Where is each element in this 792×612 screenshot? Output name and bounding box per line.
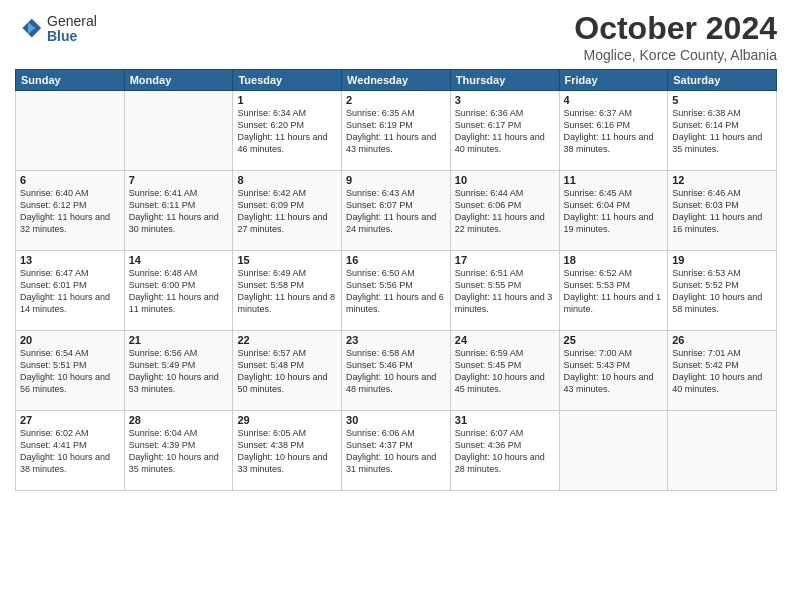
calendar-cell: 14Sunrise: 6:48 AMSunset: 6:00 PMDayligh… <box>124 251 233 331</box>
calendar-cell: 20Sunrise: 6:54 AMSunset: 5:51 PMDayligh… <box>16 331 125 411</box>
day-number: 12 <box>672 174 772 186</box>
day-info: Sunrise: 6:05 AMSunset: 4:38 PMDaylight:… <box>237 427 337 476</box>
day-info: Sunrise: 6:59 AMSunset: 5:45 PMDaylight:… <box>455 347 555 396</box>
day-info: Sunrise: 6:34 AMSunset: 6:20 PMDaylight:… <box>237 107 337 156</box>
calendar-cell: 29Sunrise: 6:05 AMSunset: 4:38 PMDayligh… <box>233 411 342 491</box>
day-number: 25 <box>564 334 664 346</box>
logo-general-text: General <box>47 14 97 29</box>
weekday-header-friday: Friday <box>559 70 668 91</box>
day-info: Sunrise: 6:41 AMSunset: 6:11 PMDaylight:… <box>129 187 229 236</box>
day-number: 9 <box>346 174 446 186</box>
calendar-cell: 16Sunrise: 6:50 AMSunset: 5:56 PMDayligh… <box>342 251 451 331</box>
calendar-cell <box>16 91 125 171</box>
page: General Blue October 2024 Moglice, Korce… <box>0 0 792 612</box>
day-number: 2 <box>346 94 446 106</box>
calendar-cell: 24Sunrise: 6:59 AMSunset: 5:45 PMDayligh… <box>450 331 559 411</box>
day-info: Sunrise: 6:48 AMSunset: 6:00 PMDaylight:… <box>129 267 229 316</box>
calendar-cell: 30Sunrise: 6:06 AMSunset: 4:37 PMDayligh… <box>342 411 451 491</box>
day-number: 14 <box>129 254 229 266</box>
weekday-header-saturday: Saturday <box>668 70 777 91</box>
day-number: 3 <box>455 94 555 106</box>
day-number: 19 <box>672 254 772 266</box>
calendar-cell: 5Sunrise: 6:38 AMSunset: 6:14 PMDaylight… <box>668 91 777 171</box>
day-number: 15 <box>237 254 337 266</box>
calendar-cell <box>124 91 233 171</box>
weekday-header-monday: Monday <box>124 70 233 91</box>
day-info: Sunrise: 6:35 AMSunset: 6:19 PMDaylight:… <box>346 107 446 156</box>
day-info: Sunrise: 6:07 AMSunset: 4:36 PMDaylight:… <box>455 427 555 476</box>
day-number: 17 <box>455 254 555 266</box>
title-section: October 2024 Moglice, Korce County, Alba… <box>574 10 777 63</box>
day-number: 11 <box>564 174 664 186</box>
day-number: 20 <box>20 334 120 346</box>
logo: General Blue <box>15 14 97 45</box>
day-info: Sunrise: 6:49 AMSunset: 5:58 PMDaylight:… <box>237 267 337 316</box>
day-number: 16 <box>346 254 446 266</box>
day-number: 24 <box>455 334 555 346</box>
day-info: Sunrise: 6:51 AMSunset: 5:55 PMDaylight:… <box>455 267 555 316</box>
calendar-cell: 17Sunrise: 6:51 AMSunset: 5:55 PMDayligh… <box>450 251 559 331</box>
calendar-cell: 19Sunrise: 6:53 AMSunset: 5:52 PMDayligh… <box>668 251 777 331</box>
day-info: Sunrise: 6:43 AMSunset: 6:07 PMDaylight:… <box>346 187 446 236</box>
day-info: Sunrise: 7:00 AMSunset: 5:43 PMDaylight:… <box>564 347 664 396</box>
calendar-cell: 9Sunrise: 6:43 AMSunset: 6:07 PMDaylight… <box>342 171 451 251</box>
day-info: Sunrise: 6:58 AMSunset: 5:46 PMDaylight:… <box>346 347 446 396</box>
calendar-cell: 26Sunrise: 7:01 AMSunset: 5:42 PMDayligh… <box>668 331 777 411</box>
day-number: 7 <box>129 174 229 186</box>
day-number: 21 <box>129 334 229 346</box>
day-info: Sunrise: 6:37 AMSunset: 6:16 PMDaylight:… <box>564 107 664 156</box>
location-subtitle: Moglice, Korce County, Albania <box>574 47 777 63</box>
day-info: Sunrise: 6:36 AMSunset: 6:17 PMDaylight:… <box>455 107 555 156</box>
day-info: Sunrise: 6:38 AMSunset: 6:14 PMDaylight:… <box>672 107 772 156</box>
calendar-table: SundayMondayTuesdayWednesdayThursdayFrid… <box>15 69 777 491</box>
calendar-header-row: SundayMondayTuesdayWednesdayThursdayFrid… <box>16 70 777 91</box>
weekday-header-wednesday: Wednesday <box>342 70 451 91</box>
calendar-week-5: 27Sunrise: 6:02 AMSunset: 4:41 PMDayligh… <box>16 411 777 491</box>
weekday-header-thursday: Thursday <box>450 70 559 91</box>
calendar-cell <box>559 411 668 491</box>
day-info: Sunrise: 6:40 AMSunset: 6:12 PMDaylight:… <box>20 187 120 236</box>
day-info: Sunrise: 6:53 AMSunset: 5:52 PMDaylight:… <box>672 267 772 316</box>
weekday-header-tuesday: Tuesday <box>233 70 342 91</box>
calendar-cell: 8Sunrise: 6:42 AMSunset: 6:09 PMDaylight… <box>233 171 342 251</box>
day-number: 29 <box>237 414 337 426</box>
calendar-cell: 18Sunrise: 6:52 AMSunset: 5:53 PMDayligh… <box>559 251 668 331</box>
day-info: Sunrise: 6:04 AMSunset: 4:39 PMDaylight:… <box>129 427 229 476</box>
calendar-cell: 3Sunrise: 6:36 AMSunset: 6:17 PMDaylight… <box>450 91 559 171</box>
day-number: 6 <box>20 174 120 186</box>
day-number: 28 <box>129 414 229 426</box>
day-info: Sunrise: 6:06 AMSunset: 4:37 PMDaylight:… <box>346 427 446 476</box>
day-number: 31 <box>455 414 555 426</box>
calendar-week-2: 6Sunrise: 6:40 AMSunset: 6:12 PMDaylight… <box>16 171 777 251</box>
day-number: 23 <box>346 334 446 346</box>
calendar-cell: 12Sunrise: 6:46 AMSunset: 6:03 PMDayligh… <box>668 171 777 251</box>
day-info: Sunrise: 6:57 AMSunset: 5:48 PMDaylight:… <box>237 347 337 396</box>
day-number: 22 <box>237 334 337 346</box>
calendar-cell: 7Sunrise: 6:41 AMSunset: 6:11 PMDaylight… <box>124 171 233 251</box>
logo-blue-text: Blue <box>47 29 97 44</box>
day-info: Sunrise: 6:52 AMSunset: 5:53 PMDaylight:… <box>564 267 664 316</box>
day-info: Sunrise: 6:44 AMSunset: 6:06 PMDaylight:… <box>455 187 555 236</box>
calendar-cell: 23Sunrise: 6:58 AMSunset: 5:46 PMDayligh… <box>342 331 451 411</box>
day-number: 26 <box>672 334 772 346</box>
calendar-cell: 25Sunrise: 7:00 AMSunset: 5:43 PMDayligh… <box>559 331 668 411</box>
calendar-cell <box>668 411 777 491</box>
day-info: Sunrise: 7:01 AMSunset: 5:42 PMDaylight:… <box>672 347 772 396</box>
calendar-cell: 10Sunrise: 6:44 AMSunset: 6:06 PMDayligh… <box>450 171 559 251</box>
day-number: 13 <box>20 254 120 266</box>
calendar-cell: 2Sunrise: 6:35 AMSunset: 6:19 PMDaylight… <box>342 91 451 171</box>
day-number: 27 <box>20 414 120 426</box>
day-info: Sunrise: 6:56 AMSunset: 5:49 PMDaylight:… <box>129 347 229 396</box>
day-number: 5 <box>672 94 772 106</box>
logo-icon <box>15 15 43 43</box>
day-info: Sunrise: 6:46 AMSunset: 6:03 PMDaylight:… <box>672 187 772 236</box>
calendar-cell: 27Sunrise: 6:02 AMSunset: 4:41 PMDayligh… <box>16 411 125 491</box>
calendar-cell: 11Sunrise: 6:45 AMSunset: 6:04 PMDayligh… <box>559 171 668 251</box>
day-info: Sunrise: 6:42 AMSunset: 6:09 PMDaylight:… <box>237 187 337 236</box>
day-number: 4 <box>564 94 664 106</box>
day-number: 8 <box>237 174 337 186</box>
calendar-week-3: 13Sunrise: 6:47 AMSunset: 6:01 PMDayligh… <box>16 251 777 331</box>
calendar-cell: 1Sunrise: 6:34 AMSunset: 6:20 PMDaylight… <box>233 91 342 171</box>
calendar-cell: 22Sunrise: 6:57 AMSunset: 5:48 PMDayligh… <box>233 331 342 411</box>
calendar-week-1: 1Sunrise: 6:34 AMSunset: 6:20 PMDaylight… <box>16 91 777 171</box>
